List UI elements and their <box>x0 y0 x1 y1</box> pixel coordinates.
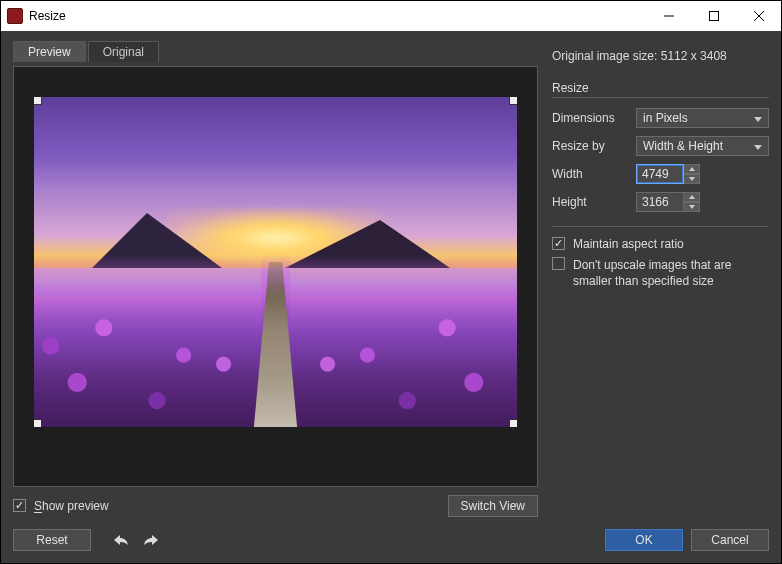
main-row: Preview Original <box>13 41 769 517</box>
show-preview-label: Show preview <box>34 499 109 513</box>
crop-handle-top-right[interactable] <box>509 97 517 105</box>
maintain-ratio-row: Maintain aspect ratio <box>552 237 769 251</box>
preview-image-flowers <box>34 255 290 427</box>
height-input[interactable] <box>636 192 684 212</box>
resize-dialog: Resize Preview Original <box>0 0 782 564</box>
resizeby-value: Width & Height <box>643 139 723 153</box>
show-preview-checkbox[interactable] <box>13 499 26 512</box>
tabs: Preview Original <box>13 41 538 62</box>
original-size-info: Original image size: 5112 x 3408 <box>552 49 769 63</box>
dimensions-select[interactable]: in Pixels <box>636 108 769 128</box>
dont-upscale-row: Don't upscale images that are smaller th… <box>552 257 769 289</box>
bottom-bar: Reset OK Cancel <box>13 529 769 551</box>
height-label: Height <box>552 195 636 209</box>
window-title: Resize <box>29 9 646 23</box>
svg-rect-1 <box>709 12 718 21</box>
separator <box>552 97 769 98</box>
dont-upscale-checkbox[interactable] <box>552 257 565 270</box>
dont-upscale-label: Don't upscale images that are smaller th… <box>573 257 769 289</box>
chevron-down-icon <box>754 139 762 153</box>
height-step-down[interactable] <box>684 202 700 212</box>
width-spinner <box>636 164 700 184</box>
height-spinner <box>636 192 700 212</box>
crop-handle-bottom-left[interactable] <box>34 419 42 427</box>
switch-view-button[interactable]: Switch View <box>448 495 538 517</box>
height-step-up[interactable] <box>684 192 700 202</box>
width-step-up[interactable] <box>684 164 700 174</box>
tab-original[interactable]: Original <box>88 41 159 62</box>
height-spin-buttons <box>684 192 700 212</box>
redo-button[interactable] <box>139 529 163 551</box>
maintain-ratio-label: Maintain aspect ratio <box>573 237 684 251</box>
minimize-button[interactable] <box>646 2 691 31</box>
maintain-ratio-checkbox[interactable] <box>552 237 565 250</box>
dimensions-row: Dimensions in Pixels <box>552 108 769 128</box>
reset-button[interactable]: Reset <box>13 529 91 551</box>
original-size-label: Original image size: <box>552 49 657 63</box>
resizeby-row: Resize by Width & Height <box>552 136 769 156</box>
dialog-body: Preview Original <box>1 31 781 563</box>
resizeby-select[interactable]: Width & Height <box>636 136 769 156</box>
svg-marker-9 <box>689 205 695 209</box>
width-spin-buttons <box>684 164 700 184</box>
titlebar: Resize <box>1 1 781 31</box>
crop-handle-bottom-right[interactable] <box>509 419 517 427</box>
ok-button[interactable]: OK <box>605 529 683 551</box>
preview-area[interactable] <box>13 66 538 487</box>
left-column: Preview Original <box>13 41 538 517</box>
dimensions-value: in Pixels <box>643 111 688 125</box>
close-button[interactable] <box>736 2 781 31</box>
width-row: Width <box>552 164 769 184</box>
undo-button[interactable] <box>109 529 133 551</box>
original-size-value: 5112 x 3408 <box>661 49 727 63</box>
app-icon <box>7 8 23 24</box>
cancel-button[interactable]: Cancel <box>691 529 769 551</box>
maximize-button[interactable] <box>691 2 736 31</box>
svg-marker-6 <box>689 167 695 171</box>
width-label: Width <box>552 167 636 181</box>
tab-preview[interactable]: Preview <box>13 41 86 62</box>
preview-image-flowers <box>261 255 517 427</box>
width-input[interactable] <box>636 164 684 184</box>
svg-marker-7 <box>689 177 695 181</box>
right-column: Original image size: 5112 x 3408 Resize … <box>552 41 769 517</box>
preview-image[interactable] <box>34 97 517 427</box>
height-row: Height <box>552 192 769 212</box>
svg-marker-5 <box>754 145 762 150</box>
preview-footer: Show preview Switch View <box>13 495 538 517</box>
crop-handle-top-left[interactable] <box>34 97 42 105</box>
resize-section-title: Resize <box>552 81 769 95</box>
svg-marker-8 <box>689 195 695 199</box>
resizeby-label: Resize by <box>552 139 636 153</box>
chevron-down-icon <box>754 111 762 125</box>
width-step-down[interactable] <box>684 174 700 184</box>
dimensions-label: Dimensions <box>552 111 636 125</box>
show-preview-row: Show preview <box>13 499 109 513</box>
separator <box>552 226 769 227</box>
svg-marker-4 <box>754 117 762 122</box>
